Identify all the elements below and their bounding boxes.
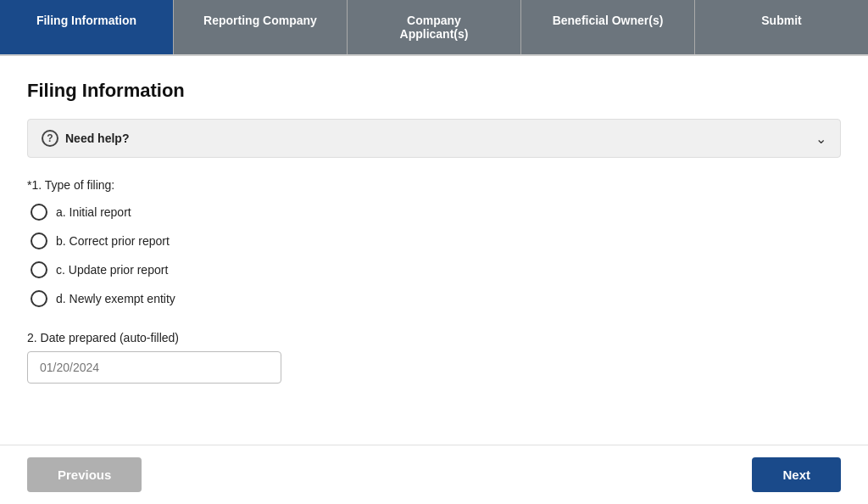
help-icon: ? [42,130,58,147]
filing-type-radio-group: a. Initial report b. Correct prior repor… [31,204,841,307]
main-content: Filing Information ? Need help? ⌄ *1. Ty… [0,56,868,417]
previous-button[interactable]: Previous [27,457,142,492]
radio-circle-a[interactable] [31,204,47,221]
help-label: Need help? [65,132,129,145]
next-button[interactable]: Next [752,457,841,492]
radio-item-c[interactable]: c. Update prior report [31,261,841,278]
radio-item-b[interactable]: b. Correct prior report [31,232,841,249]
radio-circle-b[interactable] [31,232,47,249]
tab-filing-information[interactable]: Filing Information [0,0,174,54]
radio-circle-c[interactable] [31,261,47,278]
tab-beneficial-owners[interactable]: Beneficial Owner(s) [521,0,695,54]
radio-item-a[interactable]: a. Initial report [31,204,841,221]
radio-label-c: c. Update prior report [56,263,168,277]
date-section: 2. Date prepared (auto-filled) [27,331,841,384]
tab-reporting-company[interactable]: Reporting Company [174,0,348,54]
tab-navigation: Filing Information Reporting Company Com… [0,0,868,56]
radio-label-b: b. Correct prior report [56,234,170,248]
chevron-down-icon: ⌄ [815,131,826,147]
help-box-left: ? Need help? [42,130,129,147]
filing-type-label: *1. Type of filing: [27,178,841,192]
radio-item-d[interactable]: d. Newly exempt entity [31,290,841,307]
radio-label-d: d. Newly exempt entity [56,292,175,305]
page-title: Filing Information [27,80,841,102]
tab-submit[interactable]: Submit [695,0,868,54]
radio-circle-d[interactable] [31,290,47,307]
tab-company-applicants[interactable]: CompanyApplicant(s) [348,0,521,54]
date-prepared-input[interactable] [27,351,281,384]
date-label: 2. Date prepared (auto-filled) [27,331,841,344]
help-box[interactable]: ? Need help? ⌄ [27,119,841,158]
footer-bar: Previous Next [0,445,868,504]
radio-label-a: a. Initial report [56,205,131,219]
